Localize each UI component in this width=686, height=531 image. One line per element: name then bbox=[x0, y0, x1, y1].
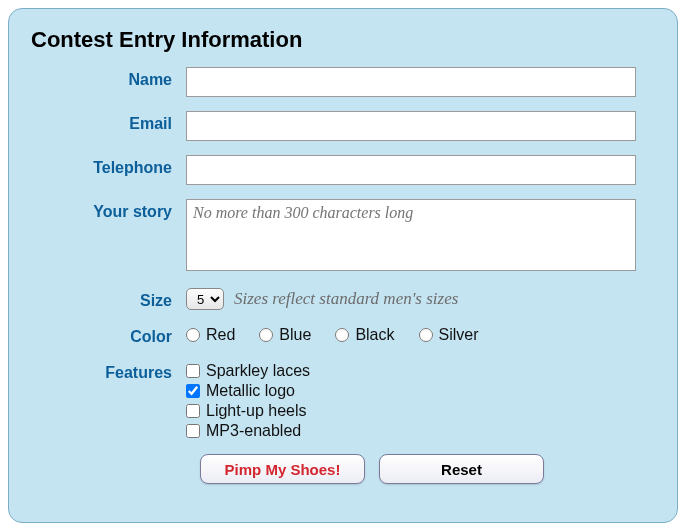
reset-button[interactable]: Reset bbox=[379, 454, 544, 484]
email-input[interactable] bbox=[186, 111, 636, 141]
color-label: Blue bbox=[279, 326, 311, 344]
label-features: Features bbox=[31, 360, 186, 382]
size-hint: Sizes reflect standard men's sizes bbox=[234, 289, 458, 309]
label-email: Email bbox=[31, 111, 186, 133]
color-option-blue[interactable]: Blue bbox=[259, 326, 311, 344]
label-color: Color bbox=[31, 324, 186, 346]
color-label: Red bbox=[206, 326, 235, 344]
submit-button[interactable]: Pimp My Shoes! bbox=[200, 454, 365, 484]
radio-silver[interactable] bbox=[419, 328, 433, 342]
feature-label: MP3-enabled bbox=[206, 422, 301, 440]
label-size: Size bbox=[31, 288, 186, 310]
color-option-black[interactable]: Black bbox=[335, 326, 394, 344]
contest-form-panel: Contest Entry Information Name Email Tel… bbox=[8, 8, 678, 523]
color-option-red[interactable]: Red bbox=[186, 326, 235, 344]
story-textarea[interactable] bbox=[186, 199, 636, 271]
radio-blue[interactable] bbox=[259, 328, 273, 342]
feature-label: Metallic logo bbox=[206, 382, 295, 400]
feature-sparkley-laces[interactable]: Sparkley laces bbox=[186, 362, 655, 380]
radio-red[interactable] bbox=[186, 328, 200, 342]
size-select[interactable]: 5 bbox=[186, 288, 224, 310]
color-option-silver[interactable]: Silver bbox=[419, 326, 479, 344]
feature-label: Sparkley laces bbox=[206, 362, 310, 380]
row-features: Features Sparkley laces Metallic logo Li… bbox=[31, 360, 655, 440]
row-story: Your story bbox=[31, 199, 655, 274]
checkbox-metallic-logo[interactable] bbox=[186, 384, 200, 398]
row-telephone: Telephone bbox=[31, 155, 655, 185]
checkbox-sparkley-laces[interactable] bbox=[186, 364, 200, 378]
button-row: Pimp My Shoes! Reset bbox=[200, 454, 655, 484]
page-title: Contest Entry Information bbox=[31, 27, 655, 53]
name-input[interactable] bbox=[186, 67, 636, 97]
color-label: Black bbox=[355, 326, 394, 344]
row-name: Name bbox=[31, 67, 655, 97]
checkbox-mp3-enabled[interactable] bbox=[186, 424, 200, 438]
label-name: Name bbox=[31, 67, 186, 89]
row-size: Size 5 Sizes reflect standard men's size… bbox=[31, 288, 655, 310]
feature-mp3-enabled[interactable]: MP3-enabled bbox=[186, 422, 655, 440]
radio-black[interactable] bbox=[335, 328, 349, 342]
label-story: Your story bbox=[31, 199, 186, 221]
label-telephone: Telephone bbox=[31, 155, 186, 177]
row-color: Color Red Blue Black Silver bbox=[31, 324, 655, 346]
row-email: Email bbox=[31, 111, 655, 141]
feature-metallic-logo[interactable]: Metallic logo bbox=[186, 382, 655, 400]
checkbox-light-up-heels[interactable] bbox=[186, 404, 200, 418]
telephone-input[interactable] bbox=[186, 155, 636, 185]
feature-light-up-heels[interactable]: Light-up heels bbox=[186, 402, 655, 420]
feature-label: Light-up heels bbox=[206, 402, 307, 420]
color-label: Silver bbox=[439, 326, 479, 344]
